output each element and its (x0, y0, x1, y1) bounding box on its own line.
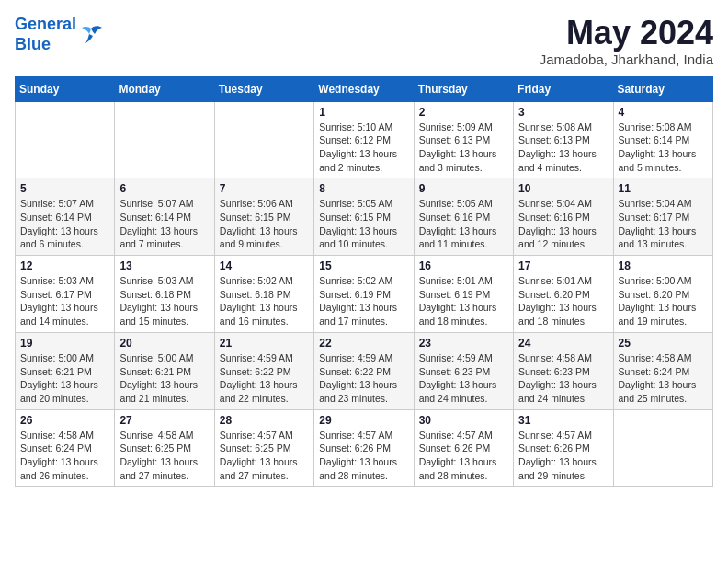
calendar-cell: 9Sunrise: 5:05 AMSunset: 6:16 PMDaylight… (414, 178, 513, 256)
day-number: 16 (419, 259, 508, 272)
day-number: 30 (419, 414, 508, 427)
day-info: Sunrise: 5:04 AMSunset: 6:17 PMDaylight:… (619, 197, 708, 251)
day-number: 24 (518, 337, 608, 350)
day-number: 14 (220, 259, 309, 272)
day-info: Sunrise: 5:03 AMSunset: 6:17 PMDaylight:… (20, 274, 109, 328)
calendar-week-row: 26Sunrise: 4:58 AMSunset: 6:24 PMDayligh… (16, 409, 713, 487)
day-number: 7 (220, 182, 309, 195)
day-number: 26 (20, 414, 109, 427)
day-info: Sunrise: 5:05 AMSunset: 6:16 PMDaylight:… (419, 197, 508, 251)
day-number: 5 (20, 182, 109, 195)
day-info: Sunrise: 4:57 AMSunset: 6:26 PMDaylight:… (419, 429, 508, 483)
day-info: Sunrise: 5:02 AMSunset: 6:19 PMDaylight:… (319, 274, 408, 328)
calendar-cell: 26Sunrise: 4:58 AMSunset: 6:24 PMDayligh… (16, 409, 115, 487)
logo-bird-icon (78, 25, 104, 45)
day-number: 13 (119, 259, 209, 272)
calendar-cell: 12Sunrise: 5:03 AMSunset: 6:17 PMDayligh… (16, 256, 115, 333)
day-number: 18 (619, 259, 708, 272)
calendar-cell: 24Sunrise: 4:58 AMSunset: 6:23 PMDayligh… (514, 332, 613, 409)
day-info: Sunrise: 5:01 AMSunset: 6:20 PMDaylight:… (518, 274, 608, 328)
calendar-week-row: 12Sunrise: 5:03 AMSunset: 6:17 PMDayligh… (16, 256, 713, 333)
day-number: 17 (518, 259, 608, 272)
title-block: May 2024 Jamadoba, Jharkhand, India (540, 15, 713, 67)
calendar-cell (613, 409, 712, 487)
day-info: Sunrise: 5:02 AMSunset: 6:18 PMDaylight:… (220, 274, 309, 328)
day-number: 12 (20, 259, 109, 272)
day-info: Sunrise: 4:57 AMSunset: 6:26 PMDaylight:… (319, 429, 408, 483)
calendar-cell: 28Sunrise: 4:57 AMSunset: 6:25 PMDayligh… (214, 409, 313, 487)
calendar-cell: 4Sunrise: 5:08 AMSunset: 6:14 PMDaylight… (613, 101, 712, 178)
day-info: Sunrise: 5:04 AMSunset: 6:16 PMDaylight:… (518, 197, 608, 251)
weekday-header-monday: Monday (115, 76, 214, 101)
calendar-cell: 29Sunrise: 4:57 AMSunset: 6:26 PMDayligh… (314, 409, 414, 487)
day-info: Sunrise: 5:03 AMSunset: 6:18 PMDaylight:… (119, 274, 209, 328)
day-info: Sunrise: 4:58 AMSunset: 6:24 PMDaylight:… (20, 429, 109, 483)
day-info: Sunrise: 4:59 AMSunset: 6:22 PMDaylight:… (319, 351, 408, 406)
calendar-cell: 1Sunrise: 5:10 AMSunset: 6:12 PMDaylight… (314, 101, 414, 178)
day-number: 15 (319, 259, 408, 272)
day-info: Sunrise: 5:00 AMSunset: 6:20 PMDaylight:… (619, 274, 708, 328)
day-info: Sunrise: 5:07 AMSunset: 6:14 PMDaylight:… (20, 197, 109, 251)
month-title: May 2024 (540, 15, 713, 52)
calendar-cell: 23Sunrise: 4:59 AMSunset: 6:23 PMDayligh… (414, 332, 513, 409)
day-number: 29 (319, 414, 408, 427)
weekday-header-thursday: Thursday (414, 76, 513, 101)
calendar-week-row: 1Sunrise: 5:10 AMSunset: 6:12 PMDaylight… (16, 101, 713, 178)
day-info: Sunrise: 4:58 AMSunset: 6:23 PMDaylight:… (518, 351, 608, 406)
calendar-cell (214, 101, 313, 178)
day-number: 20 (119, 337, 209, 350)
day-number: 11 (619, 182, 708, 195)
calendar-header-row: SundayMondayTuesdayWednesdayThursdayFrid… (16, 76, 713, 101)
logo-text: GeneralBlue (15, 15, 76, 54)
day-number: 9 (419, 182, 508, 195)
day-info: Sunrise: 4:57 AMSunset: 6:26 PMDaylight:… (518, 429, 608, 483)
day-number: 25 (619, 337, 708, 350)
day-info: Sunrise: 5:09 AMSunset: 6:13 PMDaylight:… (419, 121, 508, 175)
day-info: Sunrise: 4:59 AMSunset: 6:22 PMDaylight:… (220, 351, 309, 406)
calendar-cell: 8Sunrise: 5:05 AMSunset: 6:15 PMDaylight… (314, 178, 414, 256)
day-info: Sunrise: 5:00 AMSunset: 6:21 PMDaylight:… (20, 351, 109, 406)
day-number: 19 (20, 337, 109, 350)
day-info: Sunrise: 4:59 AMSunset: 6:23 PMDaylight:… (419, 351, 508, 406)
day-info: Sunrise: 5:05 AMSunset: 6:15 PMDaylight:… (319, 197, 408, 251)
day-number: 3 (518, 106, 608, 119)
calendar-week-row: 5Sunrise: 5:07 AMSunset: 6:14 PMDaylight… (16, 178, 713, 256)
calendar-cell: 18Sunrise: 5:00 AMSunset: 6:20 PMDayligh… (613, 256, 712, 333)
day-number: 6 (119, 182, 209, 195)
day-number: 21 (220, 337, 309, 350)
calendar-cell: 17Sunrise: 5:01 AMSunset: 6:20 PMDayligh… (514, 256, 613, 333)
weekday-header-tuesday: Tuesday (214, 76, 313, 101)
day-info: Sunrise: 5:10 AMSunset: 6:12 PMDaylight:… (319, 121, 408, 175)
calendar-week-row: 19Sunrise: 5:00 AMSunset: 6:21 PMDayligh… (16, 332, 713, 409)
day-number: 1 (319, 106, 408, 119)
day-number: 27 (119, 414, 209, 427)
calendar-cell: 11Sunrise: 5:04 AMSunset: 6:17 PMDayligh… (613, 178, 712, 256)
weekday-header-wednesday: Wednesday (314, 76, 414, 101)
page-header: GeneralBlue May 2024 Jamadoba, Jharkhand… (15, 15, 713, 67)
calendar-cell: 13Sunrise: 5:03 AMSunset: 6:18 PMDayligh… (115, 256, 214, 333)
day-info: Sunrise: 5:06 AMSunset: 6:15 PMDaylight:… (220, 197, 309, 251)
calendar-cell: 2Sunrise: 5:09 AMSunset: 6:13 PMDaylight… (414, 101, 513, 178)
calendar-cell: 6Sunrise: 5:07 AMSunset: 6:14 PMDaylight… (115, 178, 214, 256)
weekday-header-friday: Friday (514, 76, 613, 101)
day-info: Sunrise: 5:08 AMSunset: 6:13 PMDaylight:… (518, 121, 608, 175)
day-number: 4 (619, 106, 708, 119)
calendar-cell: 25Sunrise: 4:58 AMSunset: 6:24 PMDayligh… (613, 332, 712, 409)
day-info: Sunrise: 4:58 AMSunset: 6:25 PMDaylight:… (119, 429, 209, 483)
calendar-cell: 31Sunrise: 4:57 AMSunset: 6:26 PMDayligh… (514, 409, 613, 487)
day-info: Sunrise: 5:00 AMSunset: 6:21 PMDaylight:… (119, 351, 209, 406)
calendar-cell: 14Sunrise: 5:02 AMSunset: 6:18 PMDayligh… (214, 256, 313, 333)
calendar-cell: 5Sunrise: 5:07 AMSunset: 6:14 PMDaylight… (16, 178, 115, 256)
day-info: Sunrise: 4:57 AMSunset: 6:25 PMDaylight:… (220, 429, 309, 483)
calendar-cell: 10Sunrise: 5:04 AMSunset: 6:16 PMDayligh… (514, 178, 613, 256)
day-info: Sunrise: 4:58 AMSunset: 6:24 PMDaylight:… (619, 351, 708, 406)
calendar-cell: 3Sunrise: 5:08 AMSunset: 6:13 PMDaylight… (514, 101, 613, 178)
calendar-cell (16, 101, 115, 178)
calendar-cell: 7Sunrise: 5:06 AMSunset: 6:15 PMDaylight… (214, 178, 313, 256)
day-number: 31 (518, 414, 608, 427)
calendar-cell: 22Sunrise: 4:59 AMSunset: 6:22 PMDayligh… (314, 332, 414, 409)
day-number: 23 (419, 337, 508, 350)
calendar-cell: 16Sunrise: 5:01 AMSunset: 6:19 PMDayligh… (414, 256, 513, 333)
day-info: Sunrise: 5:08 AMSunset: 6:14 PMDaylight:… (619, 121, 708, 175)
weekday-header-sunday: Sunday (16, 76, 115, 101)
